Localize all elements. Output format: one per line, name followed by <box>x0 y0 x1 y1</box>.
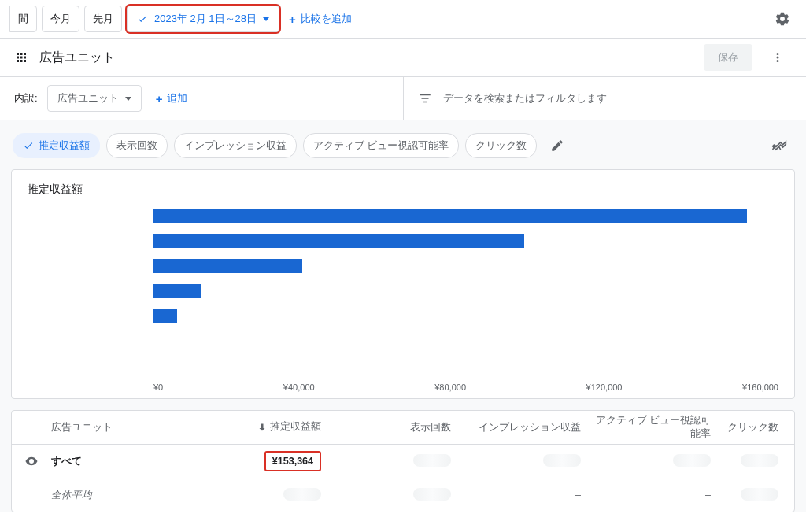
caret-down-icon <box>263 17 269 21</box>
chart-bar <box>153 234 524 248</box>
col-clicks[interactable]: クリック数 <box>719 421 794 434</box>
chart-x-axis: ¥0¥40,000¥80,000¥120,000¥160,000 <box>28 379 778 392</box>
gear-icon <box>775 11 790 27</box>
axis-tick: ¥0 <box>153 382 163 392</box>
row-revenue-total: ¥153,364 <box>264 451 321 471</box>
chart-title: 推定収益額 <box>28 183 778 197</box>
date-range-label: 2023年 2月 1日～28日 <box>154 12 257 26</box>
date-range-picker[interactable]: 2023年 2月 1日～28日 <box>127 6 279 32</box>
chart-area <box>28 203 778 376</box>
filter-icon <box>418 91 432 105</box>
chart-bar <box>153 309 177 323</box>
redacted-value <box>413 488 451 501</box>
redacted-value <box>673 454 711 467</box>
chart-card: 推定収益額 ¥0¥40,000¥80,000¥120,000¥160,000 <box>11 169 795 399</box>
multiline-chart-icon <box>771 138 787 153</box>
metric-chip-active-view[interactable]: アクティブ ビュー視認可能率 <box>303 133 459 158</box>
plus-icon: + <box>156 93 163 105</box>
redacted-value <box>413 454 451 467</box>
save-button: 保存 <box>704 44 752 71</box>
chart-bars <box>153 203 778 376</box>
check-icon <box>137 13 148 24</box>
breakdown-label: 内訳: <box>14 91 38 105</box>
period-last-month[interactable]: 先月 <box>84 6 122 32</box>
eye-icon <box>24 454 39 468</box>
chart-category-labels <box>28 203 153 376</box>
page-title: 広告ユニット <box>39 50 115 66</box>
filter-row: 内訳: 広告ユニット + 追加 データを検索またはフィルタします <box>0 77 806 120</box>
col-revenue[interactable]: 推定収益額 <box>176 420 329 434</box>
search-filter[interactable]: データを検索またはフィルタします <box>404 77 807 120</box>
period-this-month[interactable]: 今月 <box>42 6 79 32</box>
row-imp-revenue: – <box>459 490 589 501</box>
top-bar: 間 今月 先月 2023年 2月 1日～28日 + 比較を追加 <box>0 0 806 39</box>
add-compare-label: 比較を追加 <box>301 12 352 26</box>
axis-tick: ¥120,000 <box>586 382 623 392</box>
row-name: すべて <box>51 455 176 468</box>
metric-chip-clicks[interactable]: クリック数 <box>465 133 537 158</box>
overflow-menu-button[interactable] <box>763 43 792 72</box>
redacted-value <box>741 454 778 467</box>
add-breakdown-button[interactable]: + 追加 <box>151 91 193 105</box>
row-name: 全体平均 <box>51 489 176 502</box>
axis-tick: ¥160,000 <box>742 382 778 392</box>
redacted-value <box>741 488 778 501</box>
col-active-view[interactable]: アクティブ ビュー視認可能率 <box>589 414 719 441</box>
col-imp-revenue[interactable]: インプレッション収益 <box>459 421 589 434</box>
table-header-row: 広告ユニット 推定収益額 表示回数 インプレッション収益 アクティブ ビュー視認… <box>12 411 794 445</box>
more-vert-icon <box>771 50 785 65</box>
metric-chip-impressions[interactable]: 表示回数 <box>106 133 168 158</box>
visibility-toggle[interactable] <box>12 454 51 468</box>
chart-bar <box>153 284 201 298</box>
axis-tick: ¥40,000 <box>283 382 315 392</box>
metric-chip-row: 推定収益額 表示回数 インプレッション収益 アクティブ ビュー視認可能率 クリッ… <box>11 128 795 169</box>
data-table: 広告ユニット 推定収益額 表示回数 インプレッション収益 アクティブ ビュー視認… <box>11 410 795 512</box>
table-row: すべて ¥153,364 <box>12 445 794 478</box>
col-unit[interactable]: 広告ユニット <box>51 421 176 434</box>
chart-type-toggle[interactable] <box>765 131 793 160</box>
apps-button[interactable] <box>14 50 28 65</box>
axis-tick: ¥80,000 <box>434 382 466 392</box>
edit-metrics-button[interactable] <box>543 131 571 160</box>
period-custom-truncated[interactable]: 間 <box>9 6 37 32</box>
plus-icon: + <box>289 13 296 25</box>
settings-button[interactable] <box>768 5 797 33</box>
add-compare-button[interactable]: + 比較を追加 <box>284 12 357 26</box>
row-active-view: – <box>589 490 719 501</box>
metric-chip-imp-revenue[interactable]: インプレッション収益 <box>174 133 297 158</box>
chart-bar <box>153 259 302 273</box>
content-area: 推定収益額 表示回数 インプレッション収益 アクティブ ビュー視認可能率 クリッ… <box>0 120 806 512</box>
redacted-value <box>283 488 321 501</box>
search-placeholder: データを検索またはフィルタします <box>443 91 607 105</box>
breakdown-controls: 内訳: 広告ユニット + 追加 <box>0 77 404 120</box>
apps-icon <box>14 50 28 65</box>
check-icon <box>23 140 34 151</box>
chart-bar <box>153 209 747 223</box>
caret-down-icon <box>125 97 131 101</box>
col-impressions[interactable]: 表示回数 <box>329 421 459 434</box>
pencil-icon <box>550 139 564 153</box>
breakdown-dropdown[interactable]: 広告ユニット <box>47 85 142 112</box>
metric-chip-revenue[interactable]: 推定収益額 <box>13 133 100 158</box>
table-row: 全体平均 – – <box>12 478 794 512</box>
arrow-down-icon <box>257 423 267 432</box>
page-header: 広告ユニット 保存 <box>0 39 806 77</box>
redacted-value <box>543 454 581 467</box>
